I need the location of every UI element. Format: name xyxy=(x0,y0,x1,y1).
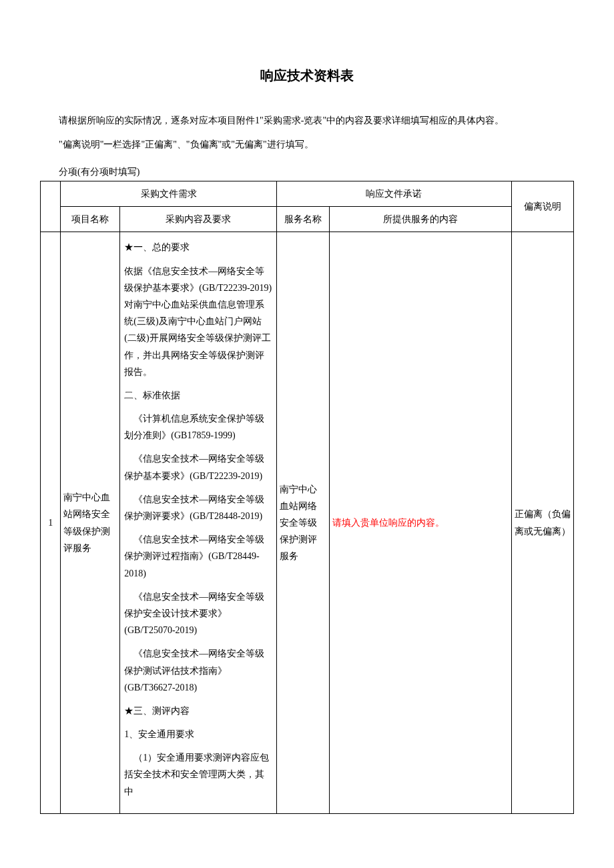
req-line: 《信息安全技术—网络安全等级保护安全设计技术要求》(GB/T25070-2019… xyxy=(124,588,272,639)
req-line: 《信息安全技术—网络安全等级保护测试评估技术指南》(GB/T36627-2018… xyxy=(124,645,272,696)
cell-requirements: ★一、总的要求 依据《信息安全技术—网络安全等级保护基本要求》(GB/T2223… xyxy=(120,232,277,813)
header-deviation: 偏离说明 xyxy=(511,181,573,232)
header-content-req: 采购内容及要求 xyxy=(120,207,277,232)
req-line: ★一、总的要求 xyxy=(124,239,272,256)
req-line: （1）安全通用要求测评内容应包括安全技术和安全管理两大类，其中 xyxy=(124,749,272,800)
header-req-group: 采购文件需求 xyxy=(61,181,277,207)
req-line: ★三、测评内容 xyxy=(124,703,272,719)
req-line: 《信息安全技术—网络安全等级保护测评过程指南》(GB/T28449-2018) xyxy=(124,531,272,582)
table-header-sub-row: 项目名称 采购内容及要求 服务名称 所提供服务的内容 xyxy=(41,207,574,232)
cell-service-name: 南宁中心血站网络安全等级保护测评服务 xyxy=(276,232,329,813)
header-resp-group: 响应文件承诺 xyxy=(276,181,511,207)
cell-num: 1 xyxy=(41,232,61,813)
table-row: 1 南宁中心血站网络安全等级保护测评服务 ★一、总的要求 依据《信息安全技术—网… xyxy=(41,232,574,813)
intro-paragraph-2: "偏离说明"一栏选择"正偏离"、"负偏离"或"无偏离"进行填写。 xyxy=(40,135,574,154)
table-header-group-row: 采购文件需求 响应文件承诺 偏离说明 xyxy=(41,181,574,207)
cell-response-content: 请填入贵单位响应的内容。 xyxy=(329,232,511,813)
response-table: 采购文件需求 响应文件承诺 偏离说明 项目名称 采购内容及要求 服务名称 所提供… xyxy=(40,181,574,814)
intro-paragraph-1: 请根据所响应的实际情况，逐条对应本项目附件1"采购需求-览表"中的内容及要求详细… xyxy=(40,111,574,130)
header-service-content: 所提供服务的内容 xyxy=(329,207,511,232)
req-line: 《信息安全技术—网络安全等级保护测评要求》(GB/T28448-2019) xyxy=(124,491,272,524)
header-num xyxy=(41,181,61,232)
req-line: 二、标准依据 xyxy=(124,387,272,404)
header-project-name: 项目名称 xyxy=(61,207,120,232)
req-line: 《信息安全技术—网络安全等级保护基本要求》(GB/T22239-2019) xyxy=(124,450,272,484)
req-line: 依据《信息安全技术—网络安全等级保护基本要求》(GB/T22239-2019)对… xyxy=(124,263,272,380)
page-title: 响应技术资料表 xyxy=(40,67,574,85)
response-placeholder: 请填入贵单位响应的内容。 xyxy=(332,518,444,528)
cell-project-name: 南宁中心血站网络安全等级保护测评服务 xyxy=(61,232,120,813)
req-line: 《计算机信息系统安全保护等级划分准则》(GB17859-1999) xyxy=(124,410,272,444)
req-line: 1、安全通用要求 xyxy=(124,726,272,743)
header-service-name: 服务名称 xyxy=(276,207,329,232)
cell-deviation: 正偏离（负偏离或无偏离） xyxy=(511,232,573,813)
subitem-label: 分项(有分项时填写) xyxy=(40,166,574,178)
